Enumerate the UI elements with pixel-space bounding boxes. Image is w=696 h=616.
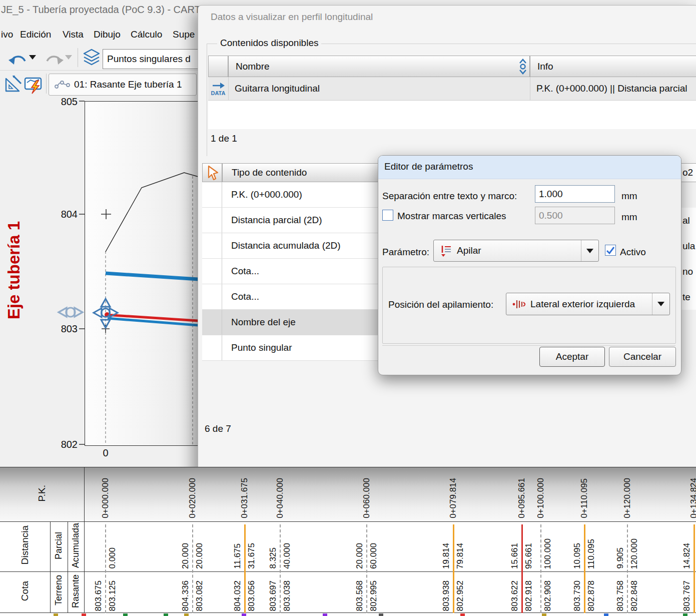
menu-bar: ivoEdiciónVistaDibujoCálculoSupe bbox=[0, 26, 198, 43]
station-line bbox=[584, 524, 585, 613]
table2-cursor-header[interactable] bbox=[202, 163, 222, 182]
cut-label-mark bbox=[54, 613, 58, 616]
row-fragment: no bbox=[679, 259, 696, 284]
profile-data-table: P.K. Distancia Parcial Acumulada Cota Te… bbox=[0, 467, 696, 616]
menu-item-supe[interactable]: Supe bbox=[173, 29, 195, 40]
undo-dropdown-icon[interactable] bbox=[29, 55, 36, 60]
menu-item-cálculo[interactable]: Cálculo bbox=[131, 29, 162, 40]
pk-row-label: P.K. bbox=[37, 485, 48, 501]
toolbar-separator bbox=[78, 48, 78, 67]
posicion-label: Posición del apilamiento: bbox=[388, 299, 493, 310]
posicion-combobox[interactable]: Lateral exterior izquierda bbox=[506, 293, 670, 315]
separacion-unit: mm bbox=[621, 191, 637, 202]
mostrar-marcas-label: Mostrar marcas verticales bbox=[397, 211, 506, 222]
editor-title: Editor de parámetros bbox=[384, 161, 473, 172]
table-row-guitarra[interactable]: DATA Guitarra longitudinal P.K. (0+000.0… bbox=[208, 77, 696, 101]
station-pk-label: 0+079.814 bbox=[448, 478, 459, 518]
cut-label-mark bbox=[323, 613, 327, 616]
tipo-contenido-label: Tipo de contenido bbox=[232, 167, 307, 178]
pipe-line-blue-upper[interactable] bbox=[106, 273, 198, 279]
cut-label-mark bbox=[542, 613, 546, 616]
profile-chart-canvas[interactable]: 805 804 803 802 0 Eje tubería 1 bbox=[0, 96, 198, 467]
acumulada-value: 95.661 bbox=[523, 543, 534, 569]
row-info-cell: P.K. (0+000.000) || Distancia parcial bbox=[530, 83, 696, 94]
layers-icon[interactable] bbox=[82, 48, 102, 68]
chart-graphics bbox=[0, 96, 198, 467]
row-icon-cell bbox=[202, 259, 222, 284]
table2-count: 6 de 7 bbox=[205, 423, 231, 434]
toolbar-top: Puntos singulares d bbox=[0, 46, 198, 70]
toolbar-second: 01: Rasante Eje tubería 1 bbox=[0, 70, 198, 97]
table1-icon-column-header[interactable] bbox=[208, 56, 228, 77]
terreno-value: 804.032 bbox=[232, 580, 243, 611]
separator bbox=[382, 345, 675, 346]
cut-label-mark bbox=[164, 613, 168, 616]
data-icon: DATA bbox=[208, 81, 228, 96]
station-line bbox=[540, 524, 541, 613]
row-icon-cell bbox=[202, 208, 222, 233]
editor-titlebar[interactable]: Editor de parámetros bbox=[378, 156, 681, 179]
cut-label-mark bbox=[683, 613, 687, 616]
layer-select-value: Puntos singulares d bbox=[107, 54, 191, 65]
chevron-down-icon[interactable] bbox=[652, 293, 669, 315]
terreno-value: 803.568 bbox=[354, 580, 365, 611]
station-pk-label: 0+110.095 bbox=[579, 478, 590, 518]
row-icon-cell bbox=[202, 284, 222, 309]
parametro-value: Apilar bbox=[457, 245, 481, 256]
active-rasante-label: 01: Rasante Eje tubería 1 bbox=[74, 79, 182, 90]
parcial-value: 8.325 bbox=[268, 547, 279, 569]
undo-icon[interactable] bbox=[7, 50, 30, 66]
station-pk-label: 0+040.000 bbox=[275, 478, 286, 518]
terreno-value: 803.938 bbox=[441, 580, 452, 611]
rasante-value: 803.082 bbox=[194, 580, 205, 611]
layer-select-combobox[interactable]: Puntos singulares d bbox=[103, 49, 201, 69]
station-line bbox=[244, 524, 246, 613]
table1-count: 1 de 1 bbox=[211, 133, 237, 144]
menu-item-dibujo[interactable]: Dibujo bbox=[94, 29, 121, 40]
parcial-value: 15.661 bbox=[509, 543, 520, 569]
dialog-title: Datos a visualizar en perfil longitudina… bbox=[211, 12, 373, 23]
mostrar-marcas-checkbox[interactable] bbox=[382, 210, 393, 221]
setsquare-pencil-icon[interactable] bbox=[4, 75, 23, 94]
selection-gizmo-outer[interactable] bbox=[59, 308, 83, 317]
sort-icon[interactable] bbox=[518, 58, 527, 75]
menu-item-edición[interactable]: Edición bbox=[20, 29, 51, 40]
menu-item-ivo[interactable]: ivo bbox=[1, 29, 13, 40]
cancelar-button[interactable]: Cancelar bbox=[609, 347, 676, 367]
redo-icon bbox=[42, 50, 65, 66]
acumulada-value: 100.000 bbox=[542, 538, 553, 569]
sub-divider-2 bbox=[68, 522, 68, 613]
polyline-icon bbox=[54, 80, 71, 90]
parcial-value: 20.000 bbox=[354, 543, 365, 569]
parcial-sub-label: Parcial bbox=[53, 532, 64, 559]
apilar-icon bbox=[441, 244, 452, 257]
row-label: P.K. (0+000.000) bbox=[231, 182, 302, 207]
table1-info-header[interactable]: Info bbox=[530, 56, 696, 77]
separacion-input[interactable]: 1.000 bbox=[535, 185, 615, 203]
parcial-value: 11.675 bbox=[232, 543, 243, 569]
acumulada-value: 60.000 bbox=[368, 543, 379, 569]
station-pk-label: 0+095.661 bbox=[516, 478, 527, 518]
rasante-value: 802.952 bbox=[455, 580, 466, 611]
station-line bbox=[105, 524, 106, 613]
table1-nombre-header[interactable]: Nombre bbox=[228, 56, 530, 77]
posicion-value: Lateral exterior izquierda bbox=[530, 299, 635, 310]
rasante-value: 802.918 bbox=[523, 580, 534, 611]
parametro-combobox[interactable]: Apilar bbox=[433, 240, 599, 262]
chevron-down-icon[interactable] bbox=[581, 240, 598, 261]
station-line bbox=[453, 524, 454, 613]
profile-recalc-icon[interactable] bbox=[24, 75, 46, 95]
cut-label-mark bbox=[184, 613, 189, 616]
lateral-izquierda-icon bbox=[512, 299, 525, 310]
active-rasante-button[interactable]: 01: Rasante Eje tubería 1 bbox=[49, 74, 197, 96]
station-pk-label: 0+120.000 bbox=[622, 478, 633, 518]
acumulada-value: 20.000 bbox=[194, 543, 205, 569]
station-line bbox=[192, 524, 193, 613]
terreno-value: 803.767 bbox=[681, 580, 692, 611]
activo-label: Activo bbox=[620, 247, 646, 258]
station-pk-label: 0+000.000 bbox=[100, 478, 111, 518]
rasante-value: 802.878 bbox=[586, 580, 597, 611]
activo-checkbox[interactable] bbox=[605, 245, 616, 256]
menu-item-vista[interactable]: Vista bbox=[63, 29, 84, 40]
aceptar-button[interactable]: Aceptar bbox=[539, 347, 605, 367]
